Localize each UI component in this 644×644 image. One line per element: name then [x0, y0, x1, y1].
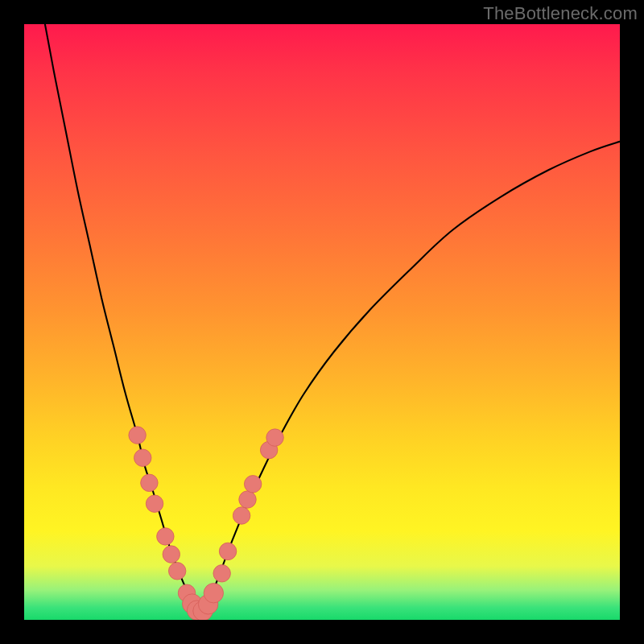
data-dot	[163, 546, 180, 563]
data-dot	[168, 563, 185, 580]
data-dot	[239, 491, 256, 508]
data-dot	[219, 543, 236, 559]
plot-svg	[24, 24, 620, 620]
data-dot	[141, 474, 158, 491]
data-dot	[213, 565, 230, 582]
curve-right	[200, 142, 620, 613]
data-dot	[157, 528, 174, 545]
curve-left	[45, 24, 200, 613]
data-dot	[146, 495, 163, 512]
data-dot	[134, 449, 151, 466]
plot-area	[24, 24, 620, 620]
data-dots	[129, 427, 283, 620]
data-dot	[244, 476, 261, 493]
data-dot	[129, 427, 146, 444]
data-dot	[233, 507, 250, 524]
chart-frame: TheBottleneck.com	[0, 0, 644, 644]
data-dot	[266, 429, 283, 446]
data-dot	[204, 583, 223, 602]
watermark-text: TheBottleneck.com	[483, 3, 638, 24]
